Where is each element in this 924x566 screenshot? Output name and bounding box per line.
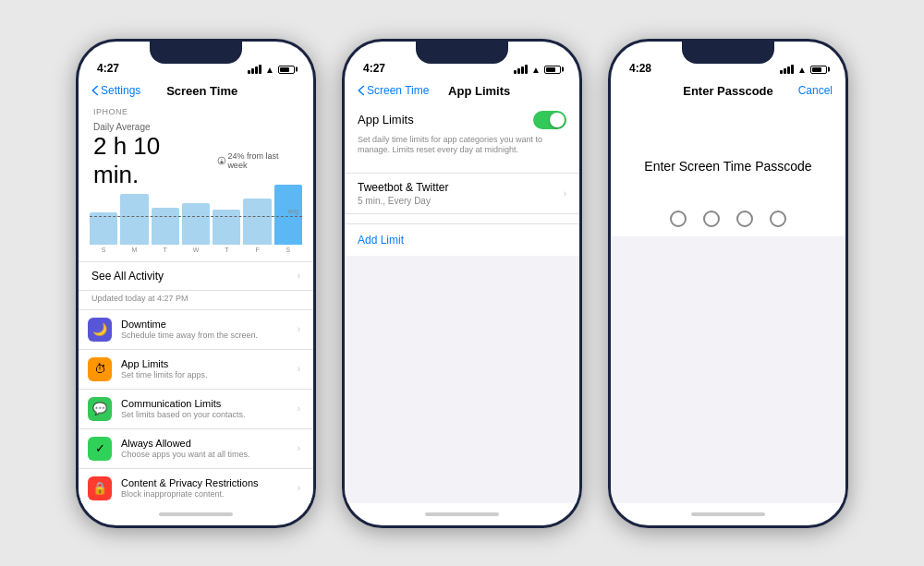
screen-content-2: App Limits Set daily time limits for app… (345, 103, 579, 503)
home-indicator-1 (79, 503, 313, 525)
item-title: App Limits (121, 358, 288, 369)
item-icon: ⏱ (88, 357, 112, 381)
app-limits-label: App Limits (358, 113, 414, 126)
signal-icon-2 (514, 65, 528, 74)
app-limits-header: App Limits Set daily time limits for app… (345, 103, 579, 163)
back-button-1[interactable]: Settings (91, 84, 140, 97)
section-label-1: IPHONE (79, 103, 313, 118)
list-item[interactable]: 💬 Communication Limits Set limits based … (79, 390, 313, 429)
passcode-title: Enter Screen Time Passcode (611, 103, 845, 201)
item-icon: 🌙 (88, 318, 112, 342)
wifi-icon-1: ▲ (265, 65, 274, 75)
app-limits-toggle-row: App Limits (358, 111, 566, 129)
wifi-icon-2: ▲ (531, 65, 541, 75)
phone-3: 4:28 ▲ Enter Passcode Cancel Enter Scree… (608, 39, 848, 528)
list-section-1: 🌙 Downtime Schedule time away from the s… (79, 309, 313, 503)
app-limits-toggle[interactable] (533, 111, 566, 129)
battery-icon-1 (278, 66, 295, 74)
status-icons-2: ▲ (514, 65, 561, 75)
back-button-2[interactable]: Screen Time (358, 84, 429, 97)
daily-avg-label: Daily Average (79, 118, 313, 132)
item-title: Communication Limits (121, 398, 288, 409)
item-chevron: › (298, 443, 300, 453)
time-1: 4:27 (97, 62, 119, 75)
bg-gray-2 (345, 256, 579, 503)
pct-badge: 24% from last week (217, 151, 298, 170)
nav-bar-2: Screen Time App Limits (345, 78, 579, 103)
tweetbot-sub: 5 min., Every Day (358, 196, 449, 206)
home-indicator-2 (345, 503, 579, 525)
signal-icon-1 (248, 65, 261, 74)
item-text: Downtime Schedule time away from the scr… (121, 319, 288, 340)
chart-label: M (120, 247, 148, 253)
item-subtitle: Set limits based on your contacts. (121, 410, 288, 419)
chart-label: F (243, 247, 271, 253)
item-text: Content & Privacy Restrictions Block ina… (121, 477, 288, 499)
wifi-icon-3: ▲ (797, 65, 807, 75)
bg-gray-3 (611, 236, 845, 503)
item-subtitle: Choose apps you want at all times. (121, 450, 288, 459)
chart-bar (182, 203, 210, 245)
item-title: Always Allowed (121, 438, 288, 449)
item-subtitle: Block inappropriate content. (121, 489, 288, 499)
nav-bar-3: Enter Passcode Cancel (611, 78, 845, 103)
daily-avg-time: 2 h 10 min. 24% from last week (79, 132, 313, 189)
chart-bar (213, 210, 240, 245)
tweetbot-limit-item[interactable]: Tweetbot & Twitter 5 min., Every Day › (345, 173, 579, 214)
notch-3 (682, 42, 774, 64)
list-item[interactable]: ⏱ App Limits Set time limits for apps. › (79, 350, 313, 390)
notch-1 (150, 42, 242, 64)
passcode-dot-1 (670, 211, 687, 227)
chart-label: S (90, 247, 117, 253)
item-text: Always Allowed Choose apps you want at a… (121, 438, 288, 459)
chart-label: W (182, 247, 210, 253)
item-chevron: › (298, 403, 300, 414)
home-indicator-3 (611, 503, 845, 525)
screen-content-1: IPHONE Daily Average 2 h 10 min. 24% fro… (79, 103, 313, 503)
time-3: 4:28 (629, 62, 651, 75)
see-activity-chevron: › (298, 271, 300, 281)
item-text: App Limits Set time limits for apps. (121, 358, 288, 379)
chart-bar (243, 199, 271, 245)
item-icon: ✓ (88, 437, 112, 461)
status-icons-3: ▲ (780, 65, 827, 75)
bar-chart: 4h avg SMTWTFS (79, 189, 313, 256)
list-item[interactable]: 🔒 Content & Privacy Restrictions Block i… (79, 469, 313, 503)
passcode-dots (611, 201, 845, 236)
list-item[interactable]: 🌙 Downtime Schedule time away from the s… (79, 309, 313, 350)
chart-label: T (213, 247, 240, 253)
passcode-dot-3 (736, 211, 753, 227)
passcode-dot-4 (770, 211, 786, 227)
chart-label: T (152, 247, 179, 253)
battery-icon-2 (544, 66, 561, 74)
notch-2 (416, 42, 508, 64)
updated-text: Updated today at 4:27 PM (79, 291, 313, 306)
tweetbot-title: Tweetbot & Twitter (358, 181, 449, 194)
battery-icon-3 (810, 66, 827, 74)
nav-bar-1: Settings Screen Time (79, 78, 313, 103)
cancel-button-3[interactable]: Cancel (796, 84, 833, 97)
signal-icon-3 (780, 65, 794, 74)
item-title: Downtime (121, 319, 288, 330)
chart-label: S (274, 247, 302, 253)
passcode-dot-2 (703, 211, 720, 227)
nav-title-2: App Limits (429, 84, 529, 98)
list-item[interactable]: ✓ Always Allowed Choose apps you want at… (79, 429, 313, 469)
see-activity-row[interactable]: See All Activity › (79, 261, 313, 291)
see-activity-text: See All Activity (91, 270, 164, 283)
app-limits-desc: Set daily time limits for app categories… (358, 135, 566, 156)
add-limit-button[interactable]: Add Limit (345, 223, 579, 256)
chart-area: avg (90, 193, 302, 245)
time-2: 4:27 (363, 62, 385, 75)
chart-labels: SMTWTFS (90, 245, 302, 253)
tweetbot-chevron: › (564, 188, 566, 199)
item-subtitle: Set time limits for apps. (121, 370, 288, 379)
phone-2: 4:27 ▲ Screen Time App Limits (342, 39, 582, 528)
phone-1: 4:27 ▲ Settings Screen Time IPHONE (76, 39, 316, 528)
item-icon: 🔒 (88, 476, 112, 500)
screen-content-3: Enter Screen Time Passcode (611, 103, 845, 503)
chart-bar (152, 208, 179, 245)
item-icon: 💬 (88, 397, 112, 421)
item-chevron: › (298, 324, 300, 334)
item-chevron: › (298, 364, 300, 374)
